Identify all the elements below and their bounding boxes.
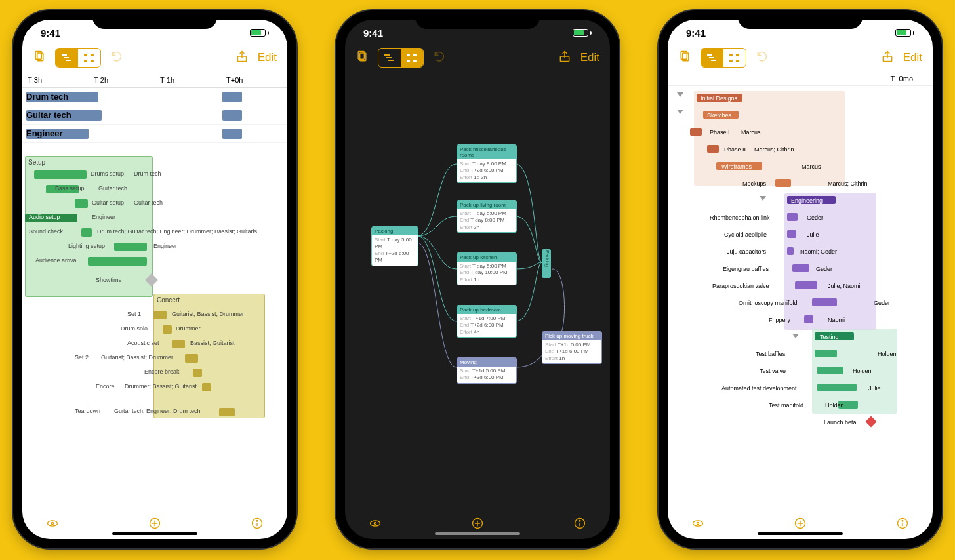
- task-row[interactable]: Test valveHolden: [670, 363, 930, 380]
- task-bar[interactable]: [81, 228, 92, 237]
- visibility-icon[interactable]: [46, 517, 59, 532]
- task-bar[interactable]: [34, 170, 87, 179]
- view-mode-segment[interactable]: [378, 48, 424, 68]
- task-assignee: Marcus; Cithrin: [754, 146, 794, 153]
- task-row[interactable]: Sketches: [670, 107, 930, 124]
- diagram-view[interactable]: Packing Start T day 5:00 PM End T+2d 6:0…: [345, 72, 610, 510]
- edit-button[interactable]: Edit: [580, 51, 599, 64]
- view-mode-segment[interactable]: [55, 48, 101, 68]
- task-row[interactable]: Cycloid aeolipileJulie: [670, 226, 930, 243]
- info-icon[interactable]: [896, 517, 909, 532]
- svg-rect-7: [91, 54, 94, 56]
- task-assignee: Holden: [825, 402, 844, 409]
- task-label: Encore break: [144, 369, 180, 375]
- task-row[interactable]: Automated test developmentJulie: [670, 380, 930, 397]
- task-row[interactable]: Juju capacitorsNaomi; Geder: [670, 243, 930, 260]
- svg-point-17: [256, 520, 258, 521]
- task-row[interactable]: Phase IMarcus: [670, 124, 930, 141]
- gantt-view[interactable]: T+0mo Initial Designs Sketches Phase IMa…: [668, 72, 933, 510]
- task-row[interactable]: Testing: [670, 329, 930, 346]
- node-moving[interactable]: Moving Start T+1d 5:00 PMEnd T+3d 6:00 P…: [457, 357, 517, 384]
- task-row[interactable]: Paraprosdokian valveJulie; Naomi: [670, 277, 930, 294]
- task-row[interactable]: WireframesMarcus: [670, 158, 930, 175]
- task-bar[interactable]: [153, 311, 167, 319]
- node-task[interactable]: Pack up living room Start T day 5:00 PME…: [457, 200, 517, 233]
- task-row[interactable]: Eigengrau bafflesGeder: [670, 260, 930, 277]
- documents-icon[interactable]: [33, 50, 46, 66]
- svg-rect-6: [84, 60, 87, 62]
- task-row[interactable]: Test bafflesHolden: [670, 346, 930, 363]
- task-row[interactable]: Phase IIMarcus; Cithrin: [670, 141, 930, 158]
- node-packing[interactable]: Packing Start T day 5:00 PM End T+2d 6:0…: [371, 226, 418, 266]
- info-icon[interactable]: [573, 517, 586, 532]
- task-bar[interactable]: [193, 369, 202, 377]
- milestone-icon[interactable]: [866, 416, 877, 428]
- task-bar[interactable]: [163, 325, 172, 334]
- svg-point-11: [51, 522, 53, 524]
- svg-rect-44: [736, 60, 739, 62]
- task-bar[interactable]: [202, 383, 211, 391]
- task-row[interactable]: Initial Designs: [670, 90, 930, 107]
- add-icon[interactable]: [471, 517, 484, 532]
- task-row[interactable]: Test manifoldHolden: [670, 397, 930, 414]
- svg-rect-8: [91, 60, 94, 62]
- task-assignee: Marcus: [802, 163, 821, 170]
- view-mode-gantt[interactable]: [701, 49, 723, 67]
- documents-icon[interactable]: [678, 50, 691, 66]
- undo-icon[interactable]: [110, 50, 123, 66]
- node-truck[interactable]: Pick up moving truck Start T+1d 5:00 PME…: [542, 331, 602, 364]
- timescale-tick: T-3h: [22, 76, 89, 84]
- node-task[interactable]: Pack miscellaneous rooms Start T day 8:0…: [457, 144, 517, 183]
- task-row[interactable]: Engineering: [670, 192, 930, 209]
- task-bar[interactable]: [75, 199, 88, 208]
- task-area[interactable]: Setup Drums setupDrum tech Bass setupGui…: [22, 156, 287, 497]
- svg-point-29: [374, 522, 376, 524]
- gantt-view[interactable]: T-3h T-2h T-1h T+0h Drum tech Guitar tec…: [22, 72, 287, 510]
- svg-rect-2: [62, 54, 67, 56]
- add-icon[interactable]: [794, 517, 807, 532]
- task-row[interactable]: MockupsMarcus; Cithrin: [670, 175, 930, 192]
- undo-icon[interactable]: [756, 50, 769, 66]
- view-mode-diagram[interactable]: [78, 49, 100, 67]
- home-indicator[interactable]: [112, 532, 197, 535]
- task-bar[interactable]: [185, 354, 198, 363]
- visibility-icon[interactable]: [691, 517, 704, 532]
- edit-button[interactable]: Edit: [258, 51, 277, 64]
- task-assignee: Guitarist; Bassist; Drummer: [101, 354, 173, 361]
- home-indicator[interactable]: [758, 532, 843, 535]
- node-title: Packing: [372, 227, 418, 235]
- view-mode-gantt[interactable]: [378, 49, 401, 67]
- edit-button[interactable]: Edit: [903, 51, 922, 64]
- resource-row[interactable]: Engineer: [22, 125, 287, 143]
- task-bar[interactable]: [88, 257, 147, 266]
- node-task[interactable]: Pack up kitchen Start T day 5:00 PMEnd T…: [457, 252, 517, 285]
- home-indicator[interactable]: [435, 532, 520, 535]
- info-icon[interactable]: [251, 517, 264, 532]
- task-bar[interactable]: [172, 340, 185, 348]
- view-mode-gantt[interactable]: [56, 49, 78, 67]
- view-mode-diagram[interactable]: [723, 49, 746, 67]
- task-bar[interactable]: [219, 408, 235, 416]
- view-mode-segment[interactable]: [701, 48, 746, 68]
- undo-icon[interactable]: [433, 50, 446, 66]
- resource-row[interactable]: Guitar tech: [22, 106, 287, 125]
- task-row[interactable]: Ornithoscopy manifoldGeder: [670, 294, 930, 311]
- documents-icon[interactable]: [356, 50, 369, 66]
- task-label: Phase II: [724, 146, 746, 153]
- resource-row[interactable]: Drum tech: [22, 88, 287, 106]
- task-label: Test baffles: [756, 351, 785, 357]
- view-mode-diagram[interactable]: [401, 49, 423, 67]
- share-icon[interactable]: [881, 50, 894, 66]
- node-task[interactable]: Pack up bedroom Start T+1d 7:00 PMEnd T+…: [457, 305, 517, 338]
- task-bar[interactable]: [114, 243, 147, 251]
- share-icon[interactable]: [558, 50, 571, 66]
- task-row[interactable]: FripperyNaomi: [670, 311, 930, 329]
- node-packing-link[interactable]: Packing: [542, 249, 551, 278]
- task-row[interactable]: Launch beta: [670, 414, 930, 431]
- task-row[interactable]: Rhombencephalon linkGeder: [670, 209, 930, 226]
- add-icon[interactable]: [148, 517, 161, 532]
- status-time: 9:41: [41, 28, 60, 39]
- node-title: Pack up living room: [457, 201, 516, 209]
- visibility-icon[interactable]: [369, 517, 382, 532]
- share-icon[interactable]: [235, 50, 249, 66]
